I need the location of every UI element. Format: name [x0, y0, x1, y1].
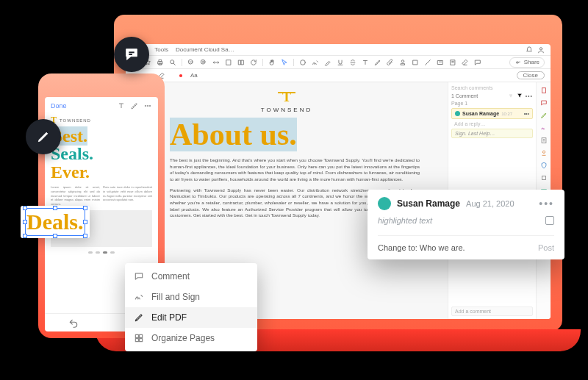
brand-name: TOWNSEND [139, 107, 434, 113]
rail-page-icon[interactable] [540, 87, 548, 94]
filter-icon[interactable] [517, 93, 523, 98]
zoom-out-icon[interactable] [187, 59, 195, 66]
comment-menu-icon[interactable]: ••• [524, 111, 529, 116]
comment-popover: Susan Ramage Aug 21, 2020 ••• highlighte… [368, 190, 564, 259]
resize-handle[interactable] [23, 234, 27, 238]
zoom-in-icon[interactable] [200, 59, 207, 66]
add-comment[interactable]: Add a comment [451, 306, 533, 316]
hand-icon[interactable] [268, 59, 276, 66]
popover-author: Susan Ramage [397, 198, 460, 209]
draw-icon[interactable] [374, 59, 381, 66]
svg-point-15 [516, 61, 518, 63]
comments-count: 1 Comment [451, 93, 478, 98]
erase-icon[interactable] [462, 59, 469, 66]
fit-width-icon[interactable] [212, 59, 220, 66]
color-picker-icon[interactable] [177, 72, 184, 79]
svg-rect-25 [135, 334, 138, 337]
rail-edit-icon[interactable] [540, 112, 548, 119]
sign-icon [134, 292, 144, 302]
undo-icon[interactable] [68, 318, 79, 329]
rail-stamp-icon[interactable] [540, 149, 548, 157]
document-tab[interactable]: Document Cloud Sa… [176, 46, 234, 53]
mobile-brand: TTOWNSEND [45, 115, 158, 127]
doc-heading[interactable]: About us. [170, 119, 420, 150]
pen-icon[interactable] [130, 101, 139, 110]
font-size-label: Aa [190, 72, 198, 79]
sign-placeholder[interactable]: Sign. Last Help… [451, 129, 533, 138]
chat-icon[interactable] [474, 59, 481, 66]
rotate-icon[interactable] [250, 59, 257, 66]
resize-handle[interactable] [53, 206, 57, 210]
svg-point-11 [401, 60, 404, 62]
ctx-item-fill-sign[interactable]: Fill and Sign [125, 287, 257, 307]
ctx-item-comment[interactable]: Comment [125, 266, 257, 287]
popover-menu-icon[interactable]: ••• [539, 198, 554, 209]
ctx-item-organize[interactable]: Organize Pages [125, 328, 257, 348]
print-icon[interactable] [157, 59, 164, 66]
share-label: Share [524, 59, 539, 65]
user-icon[interactable] [537, 46, 545, 54]
fit-page-icon[interactable] [225, 59, 232, 66]
note-icon[interactable] [449, 59, 456, 66]
rail-export-icon[interactable] [540, 137, 548, 144]
close-button[interactable]: Close [517, 71, 545, 79]
menubar: Home Tools Document Cloud Sa… [126, 44, 551, 56]
reply-input[interactable]: Add a reply… [451, 121, 533, 126]
resolve-checkbox[interactable] [545, 216, 554, 225]
add-text-icon[interactable] [362, 59, 369, 66]
page-view-icon[interactable] [237, 59, 245, 66]
shape-icon[interactable] [412, 59, 419, 66]
share-button[interactable]: Share [509, 57, 545, 68]
resize-handle[interactable] [83, 220, 87, 224]
search-icon[interactable] [169, 59, 176, 66]
resize-handle[interactable] [23, 220, 27, 224]
resize-handle[interactable] [83, 206, 87, 210]
text-box-icon[interactable] [437, 59, 444, 66]
pencil-icon [134, 312, 144, 323]
tool-circle-icon[interactable] [299, 59, 306, 66]
svg-point-16 [179, 74, 182, 76]
resize-handle[interactable] [53, 234, 57, 238]
resize-handle[interactable] [23, 206, 27, 210]
ctx-item-edit-pdf[interactable]: Edit PDF [125, 307, 257, 328]
sign-icon[interactable] [312, 59, 319, 66]
underline-icon[interactable] [337, 59, 344, 66]
select-arrow-icon[interactable] [281, 59, 288, 66]
doc-para-1: The best is just the beginning. And that… [170, 157, 420, 183]
panel-menu-icon[interactable]: ••• [526, 93, 533, 98]
svg-rect-26 [140, 334, 143, 337]
clip-icon[interactable] [387, 59, 394, 66]
popover-date: Aug 21, 2020 [466, 199, 514, 208]
mobile-pager [51, 251, 152, 254]
menu-tools[interactable]: Tools [154, 46, 168, 53]
strike-icon[interactable] [349, 59, 356, 66]
rail-compress-icon[interactable] [540, 174, 548, 182]
rail-protect-icon[interactable] [540, 162, 548, 169]
comment-input[interactable]: Change to: Who we are. [378, 243, 532, 252]
pen-fab[interactable] [26, 119, 61, 154]
stamp-icon[interactable] [399, 59, 406, 66]
edit-text-icon[interactable] [117, 101, 126, 110]
done-button[interactable]: Done [51, 102, 67, 110]
resize-handle[interactable] [83, 234, 87, 238]
svg-rect-28 [140, 339, 143, 342]
chat-fab[interactable] [114, 37, 149, 72]
line-icon[interactable] [424, 59, 431, 66]
more-icon[interactable] [143, 101, 152, 110]
highlight-icon[interactable] [324, 59, 331, 66]
svg-point-22 [145, 105, 146, 107]
post-button[interactable]: Post [538, 243, 554, 252]
mobile-headline: Best. Seals. Ever. [51, 127, 152, 181]
edit-selection-chip[interactable]: Deals. [21, 206, 90, 238]
svg-rect-20 [542, 176, 545, 180]
svg-rect-27 [135, 339, 138, 342]
comment-icon [134, 271, 144, 282]
rail-comment-icon[interactable] [540, 99, 548, 107]
svg-rect-8 [239, 60, 241, 65]
sort-icon[interactable] [508, 93, 514, 98]
search-comments[interactable]: Search comments [451, 85, 533, 90]
bell-icon[interactable] [526, 46, 533, 54]
rail-sign-icon[interactable] [540, 124, 548, 132]
pencil-icon [36, 129, 51, 144]
comment-card[interactable]: Susan Ramage 10:27 ••• [451, 108, 533, 119]
